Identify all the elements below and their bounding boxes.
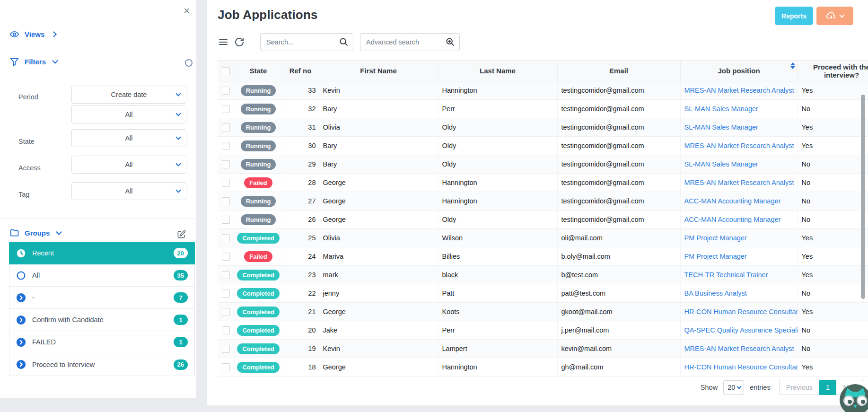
job-position-link[interactable]: TECH-TR Technical Trainer bbox=[684, 271, 768, 279]
job-position-cell: PM Project Manager bbox=[680, 229, 798, 247]
group-item-[interactable]: -7 bbox=[9, 287, 194, 309]
last-name-cell: black bbox=[438, 266, 557, 284]
job-position-link[interactable]: PM Project Manager bbox=[684, 234, 747, 242]
search-plus-icon[interactable] bbox=[445, 37, 455, 47]
row-checkbox[interactable] bbox=[222, 87, 230, 95]
job-position-cell: TECH-TR Technical Trainer bbox=[680, 266, 798, 284]
first-name-cell: George bbox=[319, 174, 438, 192]
mascot-owl[interactable] bbox=[840, 384, 868, 412]
table-row: Completed18GeorgeHanningtongh@mail.comHR… bbox=[218, 358, 868, 377]
column-header-first-name[interactable]: First Name bbox=[319, 61, 438, 81]
tag-filter-select[interactable]: All bbox=[71, 182, 186, 200]
state-badge: Running bbox=[241, 196, 276, 207]
groups-label: Groups bbox=[25, 229, 50, 237]
filter-label-access: Access bbox=[18, 164, 41, 172]
page-size-select[interactable]: 20 bbox=[723, 380, 744, 395]
ref-no-cell: 20 bbox=[282, 321, 319, 340]
sort-icon[interactable] bbox=[790, 62, 795, 69]
last-name-cell: Oldy bbox=[438, 118, 557, 137]
job-position-link[interactable]: SL-MAN Sales Manager bbox=[684, 105, 758, 113]
group-item-all[interactable]: All35 bbox=[9, 264, 194, 287]
row-checkbox[interactable] bbox=[222, 105, 230, 113]
row-checkbox[interactable] bbox=[222, 160, 230, 168]
email-cell: testingcomidor@gmail.com bbox=[557, 155, 680, 174]
period-range-value: All bbox=[125, 111, 132, 118]
row-checkbox[interactable] bbox=[222, 345, 230, 353]
group-item-proceed-to-interview[interactable]: Proceed to Interview26 bbox=[9, 353, 194, 376]
row-checkbox[interactable] bbox=[222, 308, 230, 316]
job-position-link[interactable]: SL-MAN Sales Manager bbox=[684, 123, 758, 131]
state-filter-select[interactable]: All bbox=[71, 129, 186, 147]
group-item-confirm-with-candidate[interactable]: Confirm with Candidate1 bbox=[9, 309, 194, 331]
chevron-down-icon bbox=[52, 58, 58, 64]
job-position-link[interactable]: MRES-AN Market Research Analyst bbox=[684, 142, 794, 149]
job-position-link[interactable]: HR-CON Human Resource Consultant bbox=[684, 363, 798, 371]
edit-groups-icon[interactable] bbox=[177, 230, 186, 239]
group-count-badge: 20 bbox=[174, 248, 188, 258]
access-filter-select[interactable]: All bbox=[71, 156, 186, 174]
toolbar bbox=[218, 33, 460, 51]
sidebar-item-views[interactable]: Views bbox=[9, 29, 56, 39]
column-header-last-name[interactable]: Last Name bbox=[438, 61, 557, 81]
state-badge: Completed bbox=[237, 343, 279, 354]
row-checkbox[interactable] bbox=[222, 363, 230, 371]
row-checkbox[interactable] bbox=[222, 234, 230, 242]
row-checkbox[interactable] bbox=[222, 123, 230, 131]
group-item-failed[interactable]: FAILED1 bbox=[9, 331, 194, 353]
job-position-link[interactable]: SL-MAN Sales Manager bbox=[684, 160, 758, 168]
ref-no-cell: 18 bbox=[282, 358, 319, 377]
sidebar-item-groups[interactable]: Groups bbox=[9, 228, 61, 238]
sidebar-item-filters[interactable]: Filters bbox=[9, 57, 57, 67]
period-type-select[interactable]: Create date bbox=[71, 86, 186, 104]
row-checkbox[interactable] bbox=[222, 271, 230, 279]
proceed-cell: Yes bbox=[798, 137, 868, 155]
job-position-cell: SL-MAN Sales Manager bbox=[680, 118, 798, 137]
close-icon[interactable]: × bbox=[182, 4, 192, 18]
export-button[interactable] bbox=[816, 7, 853, 25]
last-name-cell: Lampert bbox=[438, 340, 557, 358]
search-icon[interactable] bbox=[339, 37, 349, 47]
filter-icon bbox=[9, 57, 19, 67]
row-checkbox[interactable] bbox=[222, 142, 230, 150]
row-checkbox[interactable] bbox=[222, 289, 230, 298]
job-position-link[interactable]: BA Business Analyst bbox=[684, 289, 747, 297]
column-header-state[interactable]: State bbox=[235, 61, 282, 81]
job-position-link[interactable]: ACC-MAN Accounting Manager bbox=[684, 216, 781, 223]
row-checkbox[interactable] bbox=[222, 253, 230, 261]
job-position-link[interactable]: HR-CON Human Resource Consultant bbox=[684, 308, 798, 316]
row-checkbox[interactable] bbox=[222, 179, 230, 187]
previous-page-button[interactable]: Previous bbox=[779, 380, 819, 395]
ref-no-cell: 26 bbox=[282, 210, 319, 229]
select-all-checkbox[interactable] bbox=[222, 67, 230, 75]
column-header-job-position[interactable]: Job position bbox=[680, 61, 798, 81]
vertical-scrollbar[interactable] bbox=[861, 95, 865, 299]
job-position-link[interactable]: MRES-AN Market Research Analyst bbox=[684, 179, 794, 186]
column-header-email[interactable]: Email bbox=[557, 61, 680, 81]
job-position-link[interactable]: ACC-MAN Accounting Manager bbox=[684, 197, 781, 205]
column-header-proceed[interactable]: Proceed with the interview? bbox=[798, 61, 868, 81]
row-checkbox-cell bbox=[218, 358, 235, 377]
period-range-select[interactable]: All bbox=[71, 105, 186, 123]
menu-icon[interactable] bbox=[218, 36, 229, 48]
group-item-recent[interactable]: Recent20 bbox=[9, 242, 195, 264]
ref-no-cell: 28 bbox=[282, 174, 319, 192]
applications-table: State Ref no First Name Last Name Email … bbox=[218, 60, 852, 377]
last-name-cell: Billies bbox=[438, 247, 557, 266]
email-cell: b@test.com bbox=[557, 266, 680, 284]
job-position-link[interactable]: PM Project Manager bbox=[684, 253, 747, 260]
job-position-link[interactable]: MRES-AN Market Research Analyst bbox=[684, 345, 794, 352]
email-cell: kevin@mail.com bbox=[557, 340, 680, 358]
column-header-ref-no[interactable]: Ref no bbox=[282, 61, 319, 81]
state-badge: Completed bbox=[237, 233, 279, 244]
job-position-link[interactable]: MRES-AN Market Research Analyst bbox=[684, 87, 794, 94]
job-position-cell: BA Business Analyst bbox=[680, 284, 798, 303]
row-checkbox[interactable] bbox=[222, 216, 230, 224]
proceed-cell: Yes bbox=[798, 229, 868, 247]
row-checkbox[interactable] bbox=[222, 197, 230, 205]
reports-button[interactable]: Reports bbox=[775, 7, 813, 25]
row-checkbox[interactable] bbox=[222, 326, 230, 334]
page-1-button[interactable]: 1 bbox=[819, 380, 836, 395]
job-position-link[interactable]: QA-SPEC Quality Assurance Specialist bbox=[684, 326, 798, 334]
refresh-icon[interactable] bbox=[234, 36, 245, 48]
row-checkbox-cell bbox=[218, 284, 235, 303]
